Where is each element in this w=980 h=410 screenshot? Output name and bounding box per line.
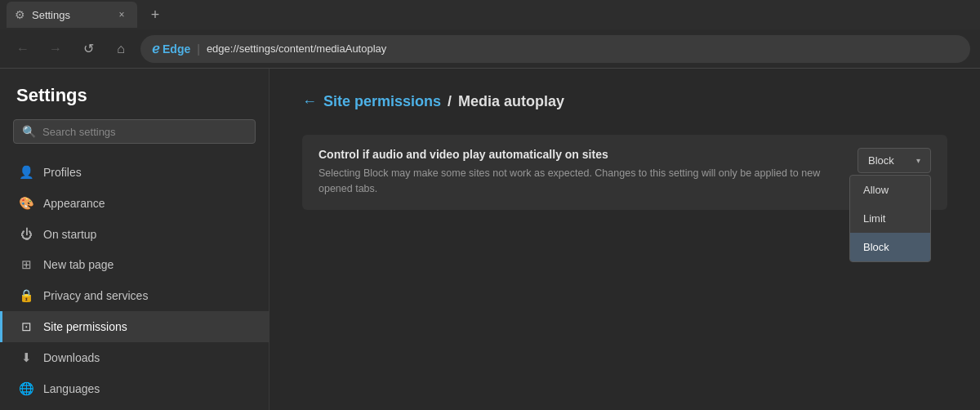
sidebar-item-label: Downloads (43, 351, 100, 364)
media-autoplay-setting-row: Control if audio and video play automati… (302, 135, 947, 210)
settings-tab-icon: ⚙ (15, 8, 25, 21)
content-area: ← Site permissions / Media autoplay Cont… (270, 69, 980, 410)
privacy-icon: 🔒 (19, 288, 33, 303)
sidebar-item-label: Site permissions (43, 320, 127, 333)
sidebar-item-label: Appearance (43, 197, 105, 210)
nav-bar: ← → ↺ ⌂ ℯ Edge | edge://settings/content… (0, 29, 980, 69)
setting-description: Selecting Block may make some sites not … (318, 166, 841, 197)
edge-logo-icon: ℯ (152, 41, 159, 56)
main-layout: Settings 🔍 👤 Profiles 🎨 Appearance ⏻ On … (0, 69, 980, 410)
dropdown-option-limit[interactable]: Limit (850, 204, 930, 233)
search-icon: 🔍 (22, 125, 36, 138)
sidebar-item-label: New tab page (43, 258, 114, 271)
appearance-icon: 🎨 (19, 196, 33, 211)
languages-icon: 🌐 (19, 381, 33, 396)
sidebar-item-label: Privacy and services (43, 289, 148, 302)
breadcrumb-separator: / (448, 93, 452, 110)
sidebar-item-printers[interactable]: 🖨 Printers (0, 404, 269, 410)
title-bar: ⚙ Settings × + (0, 0, 980, 29)
edge-logo: ℯ Edge (152, 41, 190, 56)
dropdown-selected-label: Block (868, 154, 894, 167)
dropdown-option-block[interactable]: Block (850, 233, 930, 261)
address-divider: | (197, 42, 200, 56)
sidebar-title: Settings (0, 85, 269, 119)
settings-tab[interactable]: ⚙ Settings × (7, 2, 137, 28)
settings-tab-title: Settings (32, 9, 70, 21)
breadcrumb: ← Site permissions / Media autoplay (302, 93, 947, 110)
search-settings-input[interactable] (42, 126, 247, 138)
search-settings-box[interactable]: 🔍 (13, 119, 256, 144)
sidebar-item-new-tab-page[interactable]: ⊞ New tab page (0, 249, 269, 280)
breadcrumb-link[interactable]: Site permissions (323, 93, 441, 110)
sidebar-item-languages[interactable]: 🌐 Languages (0, 373, 269, 404)
setting-info: Control if audio and video play automati… (318, 148, 858, 197)
autoplay-dropdown-button[interactable]: Block ▾ (858, 148, 931, 173)
new-tab-button[interactable]: + (144, 3, 167, 26)
refresh-button[interactable]: ↺ (75, 36, 101, 62)
on-startup-icon: ⏻ (19, 227, 33, 241)
sidebar-item-on-startup[interactable]: ⏻ On startup (0, 219, 269, 249)
sidebar-item-privacy-services[interactable]: 🔒 Privacy and services (0, 280, 269, 311)
forward-button[interactable]: → (42, 36, 69, 62)
address-url: edge://settings/content/mediaAutoplay (207, 42, 386, 55)
edge-logo-label: Edge (163, 42, 190, 56)
home-button[interactable]: ⌂ (108, 36, 134, 62)
sidebar-item-downloads[interactable]: ⬇ Downloads (0, 342, 269, 373)
sidebar-item-profiles[interactable]: 👤 Profiles (0, 157, 269, 188)
breadcrumb-current: Media autoplay (458, 93, 564, 110)
address-bar[interactable]: ℯ Edge | edge://settings/content/mediaAu… (140, 35, 970, 63)
dropdown-option-allow[interactable]: Allow (850, 176, 930, 204)
tab-close-button[interactable]: × (114, 7, 129, 22)
back-button[interactable]: ← (10, 36, 36, 62)
autoplay-dropdown-container: Block ▾ Allow Limit Block (858, 148, 931, 173)
sidebar-item-site-permissions[interactable]: ⊡ Site permissions (0, 311, 269, 342)
sidebar-item-label: Languages (43, 382, 100, 395)
sidebar-item-label: Profiles (43, 166, 82, 179)
downloads-icon: ⬇ (19, 350, 33, 365)
setting-title: Control if audio and video play automati… (318, 148, 841, 161)
dropdown-arrow-icon: ▾ (916, 156, 920, 165)
site-permissions-icon: ⊡ (19, 319, 33, 334)
sidebar-item-label: On startup (43, 228, 96, 241)
sidebar: Settings 🔍 👤 Profiles 🎨 Appearance ⏻ On … (0, 69, 270, 410)
breadcrumb-back-button[interactable]: ← (302, 93, 317, 110)
new-tab-page-icon: ⊞ (19, 257, 33, 272)
profiles-icon: 👤 (19, 165, 33, 180)
sidebar-item-appearance[interactable]: 🎨 Appearance (0, 188, 269, 219)
autoplay-dropdown-menu: Allow Limit Block (849, 175, 931, 262)
